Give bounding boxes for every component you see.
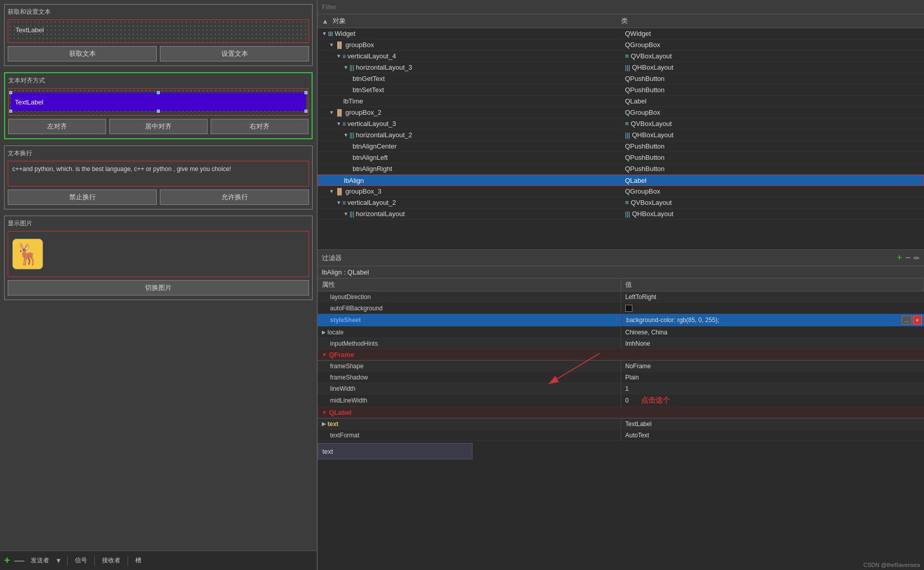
btn-align-right[interactable]: 右对齐 xyxy=(211,119,309,134)
icon-vlayout3: ≡ xyxy=(342,120,346,128)
dropdown-sender-icon[interactable]: ▼ xyxy=(55,557,62,564)
expand-hlayout2[interactable]: ▼ xyxy=(343,132,348,138)
prop-row-autofillbg[interactable]: autoFillBackground xyxy=(318,303,924,314)
tree-row-vlayout2[interactable]: ▼ ≡ verticalLayout_2 ≡ QVBoxLayout xyxy=(318,197,924,208)
prop-row-inputmethod[interactable]: inputMethodHints ImhNone xyxy=(318,338,924,349)
prop-row-text[interactable]: ▶ text TextLabel xyxy=(318,418,924,430)
expand-hlayout3[interactable]: ▼ xyxy=(343,65,348,70)
class-name-hlayout: ||| QHBoxLayout xyxy=(625,210,674,218)
expand-groupbox2[interactable]: ▼ xyxy=(329,110,334,115)
wrap-text-display: c++and python, which. is the best langua… xyxy=(8,161,309,186)
btn-align-center[interactable]: 居中对齐 xyxy=(109,119,207,134)
stylesheet-clear-btn[interactable]: × xyxy=(913,315,922,325)
class-name-vlayout2: ≡ QVBoxLayout xyxy=(625,199,672,206)
prop-row-stylesheet[interactable]: styleSheet background-color: rgb(85, 0, … xyxy=(318,314,924,327)
tree-row-btnsettext[interactable]: btnSetText QPushButton xyxy=(318,85,924,96)
btn-get-text[interactable]: 获取文本 xyxy=(8,46,157,61)
prop-name-text: ▶ text xyxy=(318,418,621,429)
prop-row-layoutdirection[interactable]: layoutDirection LeftToRight xyxy=(318,291,924,303)
tree-row-btngettext[interactable]: btnGetText QPushButton xyxy=(318,73,924,85)
tree-obj-btnalignright: btnAlignRight xyxy=(318,165,621,173)
tree-row-hlayout[interactable]: ▼ ||| horizontalLayout ||| QHBoxLayout xyxy=(318,208,924,220)
obj-name-btnalignleft: btnAlignLeft xyxy=(353,154,388,161)
stylesheet-edit-btn[interactable]: ... xyxy=(901,315,912,325)
expand-text[interactable]: ▶ xyxy=(322,421,326,427)
tree-row-lbalign[interactable]: lbAlign QLabel xyxy=(318,175,924,186)
selection-handle-tr xyxy=(304,91,307,94)
filter-area-icons: + − ✏ xyxy=(897,252,920,263)
expand-groupbox3[interactable]: ▼ xyxy=(329,188,334,194)
tree-obj-hlayout2: ▼ ||| horizontalLayout_2 xyxy=(318,131,621,139)
prop-name-linewidth: lineWidth xyxy=(318,383,621,394)
obj-name-btnalignright: btnAlignRight xyxy=(353,165,392,173)
prop-row-midlinewidth[interactable]: midLineWidth 0 点击这个 xyxy=(318,394,924,407)
group-image: 显示图片 🦌 切换图片 xyxy=(4,216,313,300)
tree-row-lbtime[interactable]: lbTime QLabel xyxy=(318,96,924,107)
btn-set-text[interactable]: 设置文本 xyxy=(160,46,309,61)
obj-name-vlayout4: verticalLayout_4 xyxy=(347,52,396,60)
tree-row-hlayout2[interactable]: ▼ ||| horizontalLayout_2 ||| QHBoxLayout xyxy=(318,130,924,141)
plus-button[interactable]: + xyxy=(4,555,10,566)
tree-row-groupbox2[interactable]: ▼ ▐▌ groupBox_2 QGroupBox xyxy=(318,107,924,118)
prop-row-textformat[interactable]: textFormat AutoText xyxy=(318,430,924,441)
object-tree: ▲ 对象 类 ▼ ⊞ Widget QWidget ▼ ▐▌ xyxy=(318,14,924,250)
qframe-expand-arrow: ▼ xyxy=(322,352,327,357)
tree-class-btngettext: QPushButton xyxy=(621,75,925,82)
btn-allow-wrap[interactable]: 允许换行 xyxy=(160,189,309,205)
prop-row-linewidth[interactable]: lineWidth 1 xyxy=(318,383,924,394)
get-set-btn-row: 获取文本 设置文本 xyxy=(8,46,309,61)
btn-no-wrap[interactable]: 禁止换行 xyxy=(8,189,157,205)
expand-vlayout3[interactable]: ▼ xyxy=(336,121,341,126)
prop-row-locale[interactable]: ▶ locale Chinese, China xyxy=(318,327,924,338)
selection-handle-bl xyxy=(9,110,12,113)
class-name-vlayout4: ≡ QVBoxLayout xyxy=(625,52,672,60)
edit-filter-icon[interactable]: ✏ xyxy=(914,254,920,262)
selection-handle-tc xyxy=(157,91,160,94)
align-dotted-area: TextLabel xyxy=(8,88,309,116)
tree-row-groupbox3[interactable]: ▼ ▐▌ groupBox_3 QGroupBox xyxy=(318,186,924,197)
tree-obj-groupbox2: ▼ ▐▌ groupBox_2 xyxy=(318,109,621,116)
expand-widget[interactable]: ▼ xyxy=(322,31,327,36)
prop-row-frameshape[interactable]: frameShape NoFrame xyxy=(318,361,924,372)
group-align-title: 文本对齐方式 xyxy=(8,75,309,85)
tree-class-btnalignleft: QPushButton xyxy=(621,154,925,161)
tree-row-btnalignleft[interactable]: btnAlignLeft QPushButton xyxy=(318,152,924,163)
prop-row-frameshadow[interactable]: frameShadow Plain xyxy=(318,372,924,383)
sort-icon: ▲ xyxy=(322,17,328,25)
filter-input[interactable] xyxy=(322,3,476,11)
tree-row-btnaligncenter[interactable]: btnAlignCenter QPushButton xyxy=(318,141,924,152)
tree-row-groupbox[interactable]: ▼ ▐▌ groupBox QGroupBox xyxy=(318,39,924,51)
qframe-section-header[interactable]: ▼ QFrame xyxy=(318,349,924,361)
tree-row-widget[interactable]: ▼ ⊞ Widget QWidget xyxy=(318,28,924,39)
btn-switch-image[interactable]: 切换图片 xyxy=(8,280,309,295)
tree-row-vlayout3[interactable]: ▼ ≡ verticalLayout_3 ≡ QVBoxLayout xyxy=(318,118,924,130)
toolbar-signal-label: 信号 xyxy=(73,556,89,565)
tree-obj-btnaligncenter: btnAlignCenter xyxy=(318,142,621,150)
prop-value-layoutdirection: LeftToRight xyxy=(621,291,924,302)
expand-vlayout4[interactable]: ▼ xyxy=(336,53,341,59)
tree-obj-hlayout: ▼ ||| horizontalLayout xyxy=(318,210,621,218)
expand-locale[interactable]: ▶ xyxy=(322,329,326,335)
prop-header-name: 属性 xyxy=(318,279,621,291)
tree-header-class-label: 类 xyxy=(621,16,628,26)
tree-class-groupbox2: QGroupBox xyxy=(621,109,925,116)
remove-filter-icon[interactable]: − xyxy=(905,252,911,263)
get-set-dotted-area: TextLabel xyxy=(8,19,309,43)
class-name-lbtime: QLabel xyxy=(625,97,647,105)
toolbar-slot-label: 槽 xyxy=(133,556,143,565)
expand-vlayout2[interactable]: ▼ xyxy=(336,200,341,205)
qlabel-section-header[interactable]: ▼ QLabel xyxy=(318,407,924,418)
add-filter-icon[interactable]: + xyxy=(897,252,902,263)
tree-class-groupbox3: QGroupBox xyxy=(621,187,925,195)
prop-value-stylesheet: background-color: rgb(85, 0, 255); ... × xyxy=(622,314,924,326)
tree-row-hlayout3[interactable]: ▼ ||| horizontalLayout_3 ||| QHBoxLayout xyxy=(318,62,924,73)
tree-row-vlayout4[interactable]: ▼ ≡ verticalLayout_4 ≡ QVBoxLayout xyxy=(318,51,924,62)
expand-hlayout[interactable]: ▼ xyxy=(343,211,348,217)
expand-groupbox[interactable]: ▼ xyxy=(329,42,334,48)
obj-name-btngettext: btnGetText xyxy=(353,75,385,82)
btn-align-left[interactable]: 左对齐 xyxy=(8,119,106,134)
tree-row-btnalignright[interactable]: btnAlignRight QPushButton xyxy=(318,163,924,175)
minus-button[interactable]: — xyxy=(14,555,25,566)
checkbox-autofillbg[interactable] xyxy=(625,305,632,312)
right-panel: ▲ 对象 类 ▼ ⊞ Widget QWidget ▼ ▐▌ xyxy=(318,0,924,570)
